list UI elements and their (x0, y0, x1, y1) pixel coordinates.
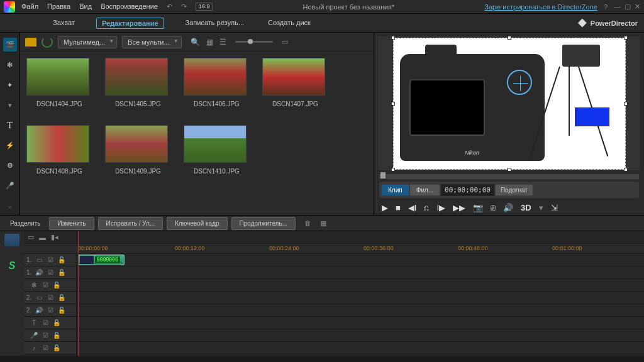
aspect-ratio-dropdown[interactable]: 16:9 (196, 3, 213, 11)
track-lock-icon[interactable]: 🔓 (58, 294, 65, 302)
track-header[interactable]: T☑🔓 (24, 317, 77, 329)
tab-produce[interactable]: Записать резуль... (183, 18, 247, 29)
effect-room-icon[interactable]: ✻ (3, 58, 17, 72)
preview-timecode[interactable]: 00;00;00;00 (441, 184, 494, 196)
menu-playback[interactable]: Воспроизведение (101, 3, 158, 11)
transition-room-icon[interactable]: ⚡ (3, 138, 17, 152)
track-visible-icon[interactable]: ☑ (47, 256, 54, 264)
more-actions-icon[interactable]: ▦ (320, 219, 326, 228)
resize-handle[interactable] (508, 168, 511, 172)
timeline-view-icon[interactable] (4, 234, 19, 246)
timeline-view-2-icon[interactable]: ▬ (39, 234, 46, 241)
chapter-room-icon[interactable]: ⌄ (3, 199, 17, 212)
track-lane[interactable] (77, 342, 644, 354)
preview-scrubber[interactable] (379, 174, 639, 179)
track-header[interactable]: 2.▭☑🔓 (24, 292, 77, 304)
scrub-playhead[interactable] (380, 172, 386, 178)
thumbnail-size-slider[interactable] (235, 41, 273, 43)
pip-room-icon[interactable]: ✦ (3, 78, 17, 92)
3d-icon[interactable]: 3D (521, 203, 531, 212)
maximize-icon[interactable]: ▢ (625, 3, 631, 11)
media-item[interactable]: DSCN1405.JPG (105, 58, 171, 107)
preview-viewport[interactable]: Nikon (378, 36, 640, 170)
timeline-ruler[interactable]: 00:00:00:00 00:00:12:00 00:00:24:00 00:0… (24, 244, 644, 254)
media-item[interactable]: DSCN1408.JPG (26, 125, 92, 175)
voice-room-icon[interactable]: 🎤 (3, 178, 17, 192)
play-icon[interactable]: ▶ (382, 203, 388, 212)
title-room-icon[interactable]: T (3, 118, 17, 132)
tab-edit[interactable]: Редактирование (96, 18, 164, 29)
preview-fit-dropdown[interactable]: Подогнат (496, 185, 533, 195)
media-type-dropdown[interactable]: Все мульти... (122, 36, 182, 48)
track-visible-icon[interactable]: ☑ (42, 332, 49, 339)
track-lock-icon[interactable]: 🔓 (58, 269, 65, 277)
track-header[interactable]: ✻☑🔓 (24, 279, 77, 291)
track-visible-icon[interactable]: ☑ (47, 269, 54, 277)
snapshot-icon[interactable]: 📷 (473, 203, 483, 212)
track-lane[interactable]: 0000006 (77, 254, 644, 266)
resize-handle[interactable] (508, 36, 511, 40)
import-folder-icon[interactable] (25, 38, 36, 47)
track-lane[interactable] (77, 304, 644, 316)
fix-enhance-button[interactable]: Исправить / Ул... (98, 217, 164, 230)
track-visible-icon[interactable]: ☑ (47, 294, 54, 302)
timeline-clip[interactable]: 0000006 (78, 255, 125, 265)
menu-view[interactable]: Вид (79, 3, 92, 11)
preview-canvas[interactable]: Nikon (393, 38, 626, 170)
track-lock-icon[interactable]: 🔓 (58, 256, 65, 264)
track-visible-icon[interactable]: ☑ (42, 319, 49, 327)
directorzone-link[interactable]: Зарегистрироваться в DirectorZone (484, 3, 597, 11)
redo-icon[interactable]: ↷ (181, 3, 187, 11)
volume-icon[interactable]: 🔊 (503, 203, 513, 212)
track-lock-icon[interactable]: 🔓 (53, 344, 60, 352)
timeline-playhead[interactable] (78, 231, 79, 356)
track-header[interactable]: 1.▭☑🔓 (24, 254, 77, 266)
library-filter-dropdown[interactable]: Мультимед... (58, 36, 117, 48)
media-room-icon[interactable]: 🎬 (3, 38, 17, 52)
track-lane[interactable] (77, 279, 644, 291)
fast-forward-icon[interactable]: ▶▶ (453, 203, 465, 212)
timeline-view-1-icon[interactable]: ▭ (28, 233, 34, 241)
media-item[interactable]: DSCN1409.JPG (105, 125, 171, 175)
prev-frame-icon[interactable]: ◀I (408, 203, 417, 212)
tab-capture[interactable]: Захват (50, 18, 77, 29)
track-lock-icon[interactable]: 🔓 (53, 282, 60, 289)
menu-file[interactable]: Файл (21, 3, 38, 11)
particle-room-icon[interactable]: ▾ (3, 98, 17, 112)
resize-handle[interactable] (624, 102, 628, 106)
media-item[interactable]: DSCN1410.JPG (184, 125, 250, 175)
split-button[interactable]: Разделить (5, 217, 45, 229)
delete-icon[interactable]: 🗑 (304, 219, 311, 227)
minimize-icon[interactable]: — (614, 3, 621, 11)
track-visible-icon[interactable]: ☑ (42, 282, 49, 289)
track-lock-icon[interactable]: 🔓 (53, 319, 60, 327)
audio-room-icon[interactable]: ⚙ (3, 158, 17, 172)
track-lane[interactable] (77, 292, 644, 304)
media-item[interactable]: DSCN1404.JPG (26, 58, 92, 107)
menu-edit[interactable]: Правка (47, 3, 70, 11)
resize-handle[interactable] (391, 102, 395, 106)
track-visible-icon[interactable]: ☑ (47, 307, 54, 314)
track-lane[interactable] (77, 329, 644, 341)
preview-tab-movie[interactable]: Фил... (410, 185, 440, 195)
library-menu-icon[interactable]: ▭ (282, 38, 288, 46)
track-lane[interactable] (77, 266, 644, 278)
undock-icon[interactable]: ⇲ (551, 203, 558, 212)
timeline-marker-icon[interactable]: ▮◂ (51, 233, 58, 241)
track-header[interactable]: 2.🔊☑🔓 (24, 304, 77, 316)
duration-button[interactable]: Продолжитель... (231, 217, 296, 230)
modify-button[interactable]: Изменить (49, 217, 94, 230)
undo-icon[interactable]: ↶ (167, 3, 172, 11)
track-header[interactable]: ♪☑🔓 (24, 342, 77, 354)
preview-tab-clip[interactable]: Клип (382, 185, 409, 195)
search-icon[interactable]: 🔍 (191, 38, 200, 47)
resize-handle[interactable] (624, 36, 628, 40)
stop-icon[interactable]: ■ (396, 203, 401, 212)
tab-disc[interactable]: Создать диск (265, 18, 313, 29)
track-lane[interactable] (77, 317, 644, 329)
grid-view-icon[interactable]: ▦ (206, 38, 213, 47)
media-item[interactable]: DSCN1406.JPG (184, 58, 250, 107)
track-lock-icon[interactable]: 🔓 (53, 332, 60, 339)
resize-handle[interactable] (391, 36, 395, 40)
list-view-icon[interactable]: ☰ (219, 38, 226, 47)
